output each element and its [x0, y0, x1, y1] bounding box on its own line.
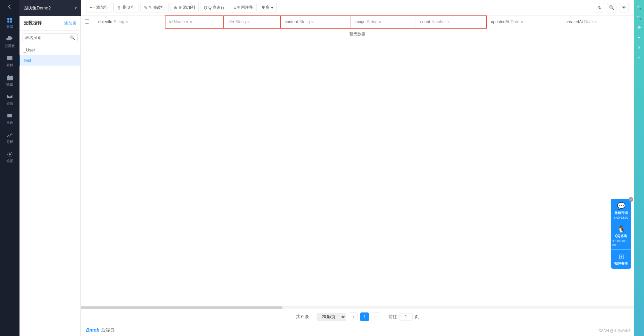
col-updatedat-name: updatedAt: [491, 20, 509, 24]
col-updatedat-type: Date: [511, 20, 519, 24]
right-icon-plus[interactable]: +: [635, 54, 643, 61]
eye-btn[interactable]: 👁: [619, 3, 629, 12]
sidebar-item-settings[interactable]: 设置: [0, 148, 20, 167]
col-title-sort[interactable]: ⇅: [247, 20, 250, 24]
col-count: count Number ⇅: [416, 16, 487, 28]
right-icon-search[interactable]: 🔍: [635, 3, 643, 11]
search-btn[interactable]: 🔍: [607, 3, 616, 12]
sidebar-cloud-label: 云函数: [5, 44, 15, 48]
sidebar-material-label: 素材: [6, 63, 13, 68]
col-count-name: count: [420, 20, 430, 24]
sidebar-revenue-label: 收益: [6, 82, 13, 87]
col-createdat-sort[interactable]: ⇅: [594, 20, 597, 24]
table-search-input[interactable]: [22, 33, 78, 42]
col-content: content String ⇅: [280, 16, 350, 28]
bmob-brand: Bmob: [86, 327, 100, 333]
col-title: title String ⇅: [223, 16, 280, 28]
column-comment-btn[interactable]: ≡ ≡ 列注释: [230, 3, 256, 12]
table-search-box: 🔍: [22, 33, 78, 42]
goto-label: 前往: [388, 314, 397, 320]
col-title-name: title: [228, 20, 234, 24]
sidebar-item-material[interactable]: 素材: [0, 52, 20, 71]
float-qrcode-item[interactable]: ⊞ 扫码关注: [611, 250, 631, 269]
col-updatedat-sort[interactable]: ⇅: [521, 20, 523, 24]
float-close-btn[interactable]: ✕: [629, 197, 633, 202]
select-all-checkbox[interactable]: [85, 19, 89, 24]
cloud-db-title: 云数据库: [24, 20, 42, 26]
svg-rect-3: [10, 21, 12, 23]
table-list-item-user[interactable]: _User: [20, 45, 80, 55]
svg-rect-4: [7, 56, 12, 60]
scrollbar-area: [81, 306, 634, 309]
table-list-item-test[interactable]: test: [20, 55, 80, 66]
add-row-label: + 添加行: [93, 5, 108, 10]
add-table-btn[interactable]: 添加表: [64, 21, 76, 26]
qrcode-icon: ⊞: [618, 253, 624, 261]
col-count-sort[interactable]: ⇅: [447, 20, 450, 24]
col-comment-icon: ≡: [233, 5, 236, 10]
float-wechat-item[interactable]: 💬 微信咨询 9:00-18:00: [611, 199, 631, 222]
edit-icon: ✎: [144, 5, 147, 10]
col-id-type: Number: [174, 20, 188, 24]
sidebar-sms-label: 短信: [6, 101, 13, 106]
edit-row-btn[interactable]: ✎ ✎ 修改行: [140, 3, 169, 12]
col-comment-label: ≡ 列注释: [237, 5, 253, 10]
prev-page-btn[interactable]: ‹: [349, 312, 357, 321]
goto-input[interactable]: [399, 313, 413, 321]
delete-row-btn[interactable]: 🗑 删 0 行: [113, 3, 139, 12]
qq-title: QQ咨询: [615, 234, 627, 238]
left-sidebar: 数据 云函数 素材 收益 短信 推送 分析 设置: [0, 0, 20, 336]
sidebar-push-label: 推送: [6, 120, 13, 125]
edit-row-label: ✎ 修改行: [149, 5, 165, 10]
svg-point-7: [9, 153, 11, 155]
query-row-btn[interactable]: Q Q 查询行: [200, 3, 228, 12]
sidebar-item-cloud[interactable]: 云函数: [0, 33, 20, 52]
sidebar-item-sms[interactable]: 短信: [0, 90, 20, 109]
col-image-type: String: [367, 20, 377, 24]
sidebar-analytics-label: 分析: [6, 140, 13, 144]
sidebar-data-label: 数据: [6, 25, 13, 29]
svg-rect-5: [7, 76, 13, 80]
delete-icon: 🗑: [117, 5, 121, 10]
right-icon-close[interactable]: ✕: [635, 44, 643, 51]
add-row-btn[interactable]: + + 添加行: [86, 3, 112, 12]
query-row-label: Q 查询行: [209, 5, 225, 10]
page-unit: 页: [415, 314, 419, 320]
table-list: _User test: [20, 45, 80, 336]
add-row-icon: +: [90, 5, 92, 10]
col-id: id Number ⇅: [165, 16, 223, 28]
right-icon-zoom[interactable]: 🔍: [635, 13, 643, 21]
col-createdat-name: createdAt: [566, 20, 583, 24]
toolbar-right: ↻ 🔍 👁: [595, 3, 629, 12]
col-content-sort[interactable]: ⇅: [311, 20, 314, 24]
pagination-bar: 共 0 条 20条/页 50条/页 100条/页 ‹ 1 › 前往 页: [81, 309, 634, 325]
app-dropdown-icon[interactable]: ▾: [75, 6, 77, 10]
more-chevron-icon: ▾: [271, 5, 273, 10]
sidebar-item-data[interactable]: 数据: [0, 13, 20, 33]
svg-rect-6: [7, 114, 12, 117]
current-page-btn[interactable]: 1: [360, 312, 369, 321]
sidebar-item-push[interactable]: 推送: [0, 109, 20, 128]
sidebar-back-btn[interactable]: [0, 0, 20, 13]
col-objectid-sort[interactable]: ⇅: [125, 20, 128, 24]
next-page-btn[interactable]: ›: [372, 312, 380, 321]
right-icon-minus[interactable]: −: [635, 34, 643, 41]
page-size-select[interactable]: 20条/页 50条/页 100条/页: [317, 313, 346, 321]
refresh-btn[interactable]: ↻: [595, 3, 604, 12]
col-count-type: Number: [431, 20, 446, 24]
float-widget: ✕ 💬 微信咨询 9:00-18:00 🐧 QQ咨询 9：00-18：00 ⊞ …: [611, 199, 631, 269]
sidebar-item-revenue[interactable]: 收益: [0, 71, 20, 90]
table-area: objectId String ⇅ id Number ⇅: [81, 15, 634, 306]
float-qq-item[interactable]: 🐧 QQ咨询 9：00-18：00: [611, 222, 631, 250]
sidebar-item-analytics[interactable]: 分析: [0, 128, 20, 148]
col-content-type: String: [299, 20, 310, 24]
more-btn[interactable]: 更多 ▾: [258, 3, 277, 12]
main-content: + + 添加行 🗑 删 0 行 ✎ ✎ 修改行 ⊕ ⊕ 添加列 Q Q 查询行 …: [81, 0, 634, 336]
col-createdat-type: Date: [584, 20, 593, 24]
col-image-sort[interactable]: ⇅: [379, 20, 381, 24]
right-icon-add[interactable]: ⊕: [635, 24, 643, 31]
col-createdat: createdAt Date ⇅: [562, 16, 634, 28]
col-id-sort[interactable]: ⇅: [190, 20, 192, 24]
float-widget-wrapper: ✕ 💬 微信咨询 9:00-18:00 🐧 QQ咨询 9：00-18：00 ⊞ …: [611, 199, 631, 269]
add-column-btn[interactable]: ⊕ ⊕ 添加列: [170, 3, 199, 12]
